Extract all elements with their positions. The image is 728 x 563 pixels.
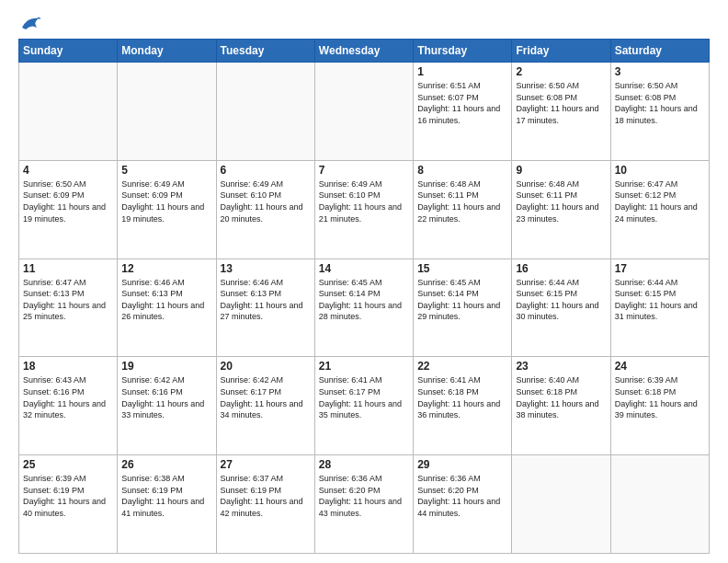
day-info: Sunrise: 6:47 AM Sunset: 6:12 PM Dayligh… <box>615 178 705 224</box>
day-cell: 8Sunrise: 6:48 AM Sunset: 6:11 PM Daylig… <box>414 160 512 259</box>
col-header-thursday: Thursday <box>414 40 512 63</box>
day-cell: 4Sunrise: 6:50 AM Sunset: 6:09 PM Daylig… <box>19 160 118 259</box>
day-cell: 7Sunrise: 6:49 AM Sunset: 6:10 PM Daylig… <box>314 160 413 259</box>
day-number: 2 <box>516 65 606 78</box>
day-info: Sunrise: 6:45 AM Sunset: 6:14 PM Dayligh… <box>417 277 507 323</box>
day-number: 26 <box>121 458 211 471</box>
day-number: 18 <box>23 360 113 373</box>
day-info: Sunrise: 6:42 AM Sunset: 6:17 PM Dayligh… <box>221 374 311 420</box>
day-cell: 21Sunrise: 6:41 AM Sunset: 6:17 PM Dayli… <box>314 357 413 455</box>
day-number: 4 <box>23 164 113 177</box>
week-row-1: 4Sunrise: 6:50 AM Sunset: 6:09 PM Daylig… <box>19 160 710 259</box>
day-number: 19 <box>121 360 211 373</box>
day-info: Sunrise: 6:36 AM Sunset: 6:20 PM Dayligh… <box>319 473 409 519</box>
day-number: 28 <box>319 458 409 471</box>
day-number: 6 <box>221 164 311 177</box>
day-cell <box>314 63 413 161</box>
day-number: 13 <box>221 262 311 275</box>
day-info: Sunrise: 6:48 AM Sunset: 6:11 PM Dayligh… <box>417 178 507 224</box>
day-number: 11 <box>23 262 113 275</box>
page: SundayMondayTuesdayWednesdayThursdayFrid… <box>0 0 728 563</box>
day-info: Sunrise: 6:49 AM Sunset: 6:10 PM Dayligh… <box>319 178 409 224</box>
day-info: Sunrise: 6:49 AM Sunset: 6:10 PM Dayligh… <box>221 178 311 224</box>
day-info: Sunrise: 6:50 AM Sunset: 6:08 PM Dayligh… <box>615 80 705 126</box>
day-info: Sunrise: 6:42 AM Sunset: 6:16 PM Dayligh… <box>121 374 211 420</box>
day-cell: 1Sunrise: 6:51 AM Sunset: 6:07 PM Daylig… <box>414 63 512 161</box>
day-cell <box>19 63 118 161</box>
week-row-0: 1Sunrise: 6:51 AM Sunset: 6:07 PM Daylig… <box>19 63 710 161</box>
day-number: 20 <box>221 360 311 373</box>
calendar-header-row: SundayMondayTuesdayWednesdayThursdayFrid… <box>19 40 710 63</box>
day-cell: 19Sunrise: 6:42 AM Sunset: 6:16 PM Dayli… <box>118 357 216 455</box>
day-cell: 26Sunrise: 6:38 AM Sunset: 6:19 PM Dayli… <box>118 455 216 554</box>
day-cell: 20Sunrise: 6:42 AM Sunset: 6:17 PM Dayli… <box>216 357 314 455</box>
day-number: 8 <box>417 164 507 177</box>
day-number: 3 <box>615 65 705 78</box>
col-header-monday: Monday <box>118 40 216 63</box>
col-header-sunday: Sunday <box>19 40 118 63</box>
day-info: Sunrise: 6:41 AM Sunset: 6:18 PM Dayligh… <box>417 374 507 420</box>
day-number: 24 <box>615 360 705 373</box>
day-number: 17 <box>615 262 705 275</box>
day-cell: 23Sunrise: 6:40 AM Sunset: 6:18 PM Dayli… <box>512 357 610 455</box>
day-cell: 5Sunrise: 6:49 AM Sunset: 6:09 PM Daylig… <box>118 160 216 259</box>
day-number: 15 <box>417 262 507 275</box>
day-cell: 25Sunrise: 6:39 AM Sunset: 6:19 PM Dayli… <box>19 455 118 554</box>
day-cell: 10Sunrise: 6:47 AM Sunset: 6:12 PM Dayli… <box>610 160 709 259</box>
day-info: Sunrise: 6:43 AM Sunset: 6:16 PM Dayligh… <box>23 374 113 420</box>
day-cell <box>216 63 314 161</box>
day-cell: 12Sunrise: 6:46 AM Sunset: 6:13 PM Dayli… <box>118 259 216 357</box>
day-number: 1 <box>417 65 507 78</box>
day-info: Sunrise: 6:44 AM Sunset: 6:15 PM Dayligh… <box>615 277 705 323</box>
day-info: Sunrise: 6:44 AM Sunset: 6:15 PM Dayligh… <box>516 277 606 323</box>
day-cell: 9Sunrise: 6:48 AM Sunset: 6:11 PM Daylig… <box>512 160 610 259</box>
logo-bird-icon <box>20 15 40 31</box>
day-cell: 22Sunrise: 6:41 AM Sunset: 6:18 PM Dayli… <box>414 357 512 455</box>
day-cell <box>610 455 709 554</box>
day-info: Sunrise: 6:51 AM Sunset: 6:07 PM Dayligh… <box>417 80 507 126</box>
day-info: Sunrise: 6:39 AM Sunset: 6:19 PM Dayligh… <box>23 473 113 519</box>
day-number: 9 <box>516 164 606 177</box>
day-number: 21 <box>319 360 409 373</box>
col-header-tuesday: Tuesday <box>216 40 314 63</box>
logo <box>18 15 40 31</box>
day-cell: 3Sunrise: 6:50 AM Sunset: 6:08 PM Daylig… <box>610 63 709 161</box>
day-number: 10 <box>615 164 705 177</box>
day-cell: 13Sunrise: 6:46 AM Sunset: 6:13 PM Dayli… <box>216 259 314 357</box>
day-number: 5 <box>121 164 211 177</box>
day-number: 29 <box>417 458 507 471</box>
day-number: 22 <box>417 360 507 373</box>
day-cell: 29Sunrise: 6:36 AM Sunset: 6:20 PM Dayli… <box>414 455 512 554</box>
day-info: Sunrise: 6:50 AM Sunset: 6:09 PM Dayligh… <box>23 178 113 224</box>
day-number: 27 <box>221 458 311 471</box>
day-info: Sunrise: 6:46 AM Sunset: 6:13 PM Dayligh… <box>221 277 311 323</box>
col-header-friday: Friday <box>512 40 610 63</box>
day-cell: 16Sunrise: 6:44 AM Sunset: 6:15 PM Dayli… <box>512 259 610 357</box>
week-row-4: 25Sunrise: 6:39 AM Sunset: 6:19 PM Dayli… <box>19 455 710 554</box>
header <box>18 15 710 31</box>
day-info: Sunrise: 6:40 AM Sunset: 6:18 PM Dayligh… <box>516 374 606 420</box>
day-number: 12 <box>121 262 211 275</box>
day-cell: 15Sunrise: 6:45 AM Sunset: 6:14 PM Dayli… <box>414 259 512 357</box>
day-cell: 11Sunrise: 6:47 AM Sunset: 6:13 PM Dayli… <box>19 259 118 357</box>
col-header-saturday: Saturday <box>610 40 709 63</box>
week-row-3: 18Sunrise: 6:43 AM Sunset: 6:16 PM Dayli… <box>19 357 710 455</box>
day-cell: 17Sunrise: 6:44 AM Sunset: 6:15 PM Dayli… <box>610 259 709 357</box>
day-info: Sunrise: 6:36 AM Sunset: 6:20 PM Dayligh… <box>417 473 507 519</box>
calendar-table: SundayMondayTuesdayWednesdayThursdayFrid… <box>18 39 710 554</box>
day-cell: 14Sunrise: 6:45 AM Sunset: 6:14 PM Dayli… <box>314 259 413 357</box>
col-header-wednesday: Wednesday <box>314 40 413 63</box>
day-number: 16 <box>516 262 606 275</box>
day-number: 7 <box>319 164 409 177</box>
day-info: Sunrise: 6:50 AM Sunset: 6:08 PM Dayligh… <box>516 80 606 126</box>
day-info: Sunrise: 6:41 AM Sunset: 6:17 PM Dayligh… <box>319 374 409 420</box>
day-number: 14 <box>319 262 409 275</box>
day-cell: 2Sunrise: 6:50 AM Sunset: 6:08 PM Daylig… <box>512 63 610 161</box>
day-info: Sunrise: 6:47 AM Sunset: 6:13 PM Dayligh… <box>23 277 113 323</box>
week-row-2: 11Sunrise: 6:47 AM Sunset: 6:13 PM Dayli… <box>19 259 710 357</box>
day-info: Sunrise: 6:46 AM Sunset: 6:13 PM Dayligh… <box>121 277 211 323</box>
day-cell <box>512 455 610 554</box>
day-info: Sunrise: 6:38 AM Sunset: 6:19 PM Dayligh… <box>121 473 211 519</box>
day-number: 23 <box>516 360 606 373</box>
day-cell: 18Sunrise: 6:43 AM Sunset: 6:16 PM Dayli… <box>19 357 118 455</box>
